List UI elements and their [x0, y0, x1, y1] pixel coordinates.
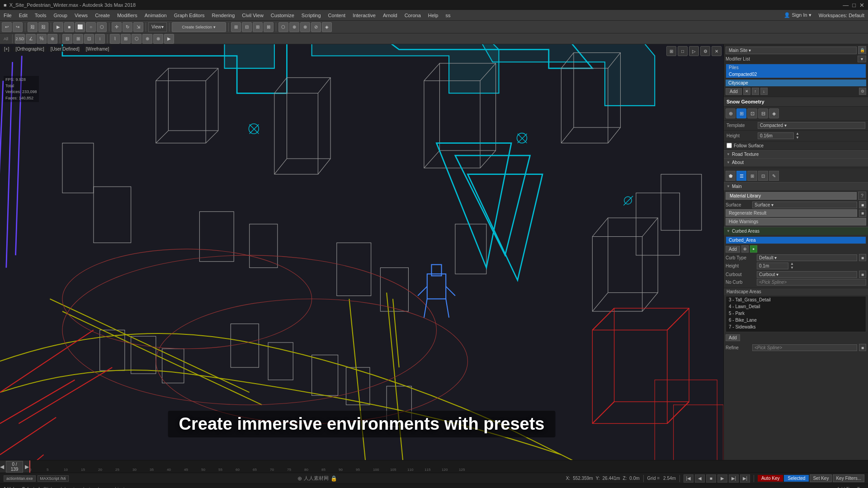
graph-editor-btn[interactable]: ⌇ [110, 34, 120, 44]
panel-icon-display[interactable]: ◈ [769, 108, 779, 118]
panel-icon-3[interactable]: ⊞ [747, 171, 757, 181]
hs-item-2[interactable]: 4 - Lawn_Detail [726, 303, 866, 310]
menu-item-tools[interactable]: Tools [31, 10, 50, 20]
select-move-button[interactable]: ✛ [112, 22, 122, 32]
viewport-icon-btn[interactable]: □ [678, 46, 688, 56]
mirror-btn[interactable]: ⊟ [62, 34, 72, 44]
panel-icon-4[interactable]: ⊡ [758, 171, 768, 181]
minimize-button[interactable]: — [843, 2, 849, 9]
mod-item-compacted[interactable]: Compacted02 [726, 71, 866, 78]
misc-btn-2[interactable]: ⊕ [289, 22, 299, 32]
misc-btn-1[interactable]: ⬡ [278, 22, 288, 32]
signin-area[interactable]: 👤 Sign In ▾ [780, 10, 815, 20]
align-btn[interactable]: ⊞ [73, 34, 83, 44]
config-modifier-btn[interactable]: ⚙ [859, 88, 866, 95]
align-view-btn[interactable]: ⊡ [84, 34, 94, 44]
main-site-dropdown[interactable]: Main Site ▾ [726, 47, 857, 54]
menu-item-animation[interactable]: Animation [141, 10, 170, 20]
material-editor-btn[interactable]: ⬡ [132, 34, 142, 44]
normal-align-btn[interactable]: ↕ [95, 34, 105, 44]
menu-item-edit[interactable]: Edit [15, 10, 31, 20]
about-section[interactable]: About [724, 158, 868, 166]
create-selection-btn[interactable]: Create Selection ▾ [172, 22, 226, 32]
menu-item-rendering[interactable]: Rendering [208, 10, 239, 20]
viewport-user-label[interactable]: [User Defined] [48, 46, 82, 52]
selected-button[interactable]: Selected [784, 475, 809, 482]
timeline-prev-btn[interactable]: ◀ [0, 464, 4, 470]
curbed-icon-btn-1[interactable]: ⊕ [741, 245, 749, 253]
select-name-button[interactable]: ■ [64, 22, 74, 32]
panel-icon-5[interactable]: ✎ [769, 171, 779, 181]
menu-item-create[interactable]: Create [91, 10, 113, 20]
close-button[interactable]: ✕ [859, 2, 864, 9]
viewport-type-label[interactable]: [Orthographic] [13, 46, 46, 52]
timeline-next-btn[interactable]: ▶ [25, 464, 29, 470]
no-curb-pick[interactable]: <Pick Spline> [757, 279, 866, 286]
lock-button[interactable]: 🔒 [858, 46, 866, 54]
panel-icon-2-active[interactable]: ☰ [736, 171, 746, 181]
curbed-add-btn[interactable]: Add [726, 246, 740, 253]
fence-select-button[interactable]: ⬡ [97, 22, 107, 32]
hs-item-5[interactable]: 7 - Sidewalks [726, 324, 866, 330]
title-bar-right[interactable]: — □ ✕ [843, 2, 864, 9]
rect-select-button[interactable]: ⬜ [75, 22, 85, 32]
curb-height-input[interactable] [757, 263, 788, 269]
regenerate-button[interactable]: Regenerate Result [726, 209, 857, 217]
object-cityscape[interactable]: Cityscape [726, 80, 866, 86]
curbed-icon-btn-2[interactable]: ● [750, 245, 757, 253]
main-section-header[interactable]: Main [724, 182, 868, 190]
template-dropdown[interactable]: Compacted ▾ [758, 122, 865, 129]
timeline-playhead[interactable] [29, 460, 30, 473]
curbed-area-item[interactable]: Curbed_Area [726, 237, 866, 244]
hardscape-add-btn[interactable]: Add [726, 334, 740, 341]
percent-snap[interactable]: % [37, 34, 47, 44]
hs-item-3[interactable]: 5 - Park [726, 310, 866, 317]
menu-item-help[interactable]: Help [425, 10, 442, 20]
viewport[interactable]: [+] [Orthographic] [User Defined] [Wiref… [0, 44, 723, 460]
menu-item-interactive[interactable]: Interactive [349, 10, 379, 20]
menu-item-corona[interactable]: Corona [401, 10, 425, 20]
help-button[interactable]: ? [858, 192, 866, 200]
hs-item-4[interactable]: 6 - Bike_Lane [726, 317, 866, 324]
menu-item-civil-view[interactable]: Civil View [238, 10, 267, 20]
grid-button[interactable]: ⊟ [242, 22, 252, 32]
menu-item-ss[interactable]: ss [442, 10, 454, 20]
anim-play-btn[interactable]: ▶ [717, 474, 727, 483]
panel-icon-1[interactable]: ⬟ [726, 171, 736, 181]
menu-item-modifiers[interactable]: Modifiers [113, 10, 141, 20]
render-frame-btn[interactable]: ⊗ [153, 34, 163, 44]
follow-surface-checkbox[interactable] [726, 143, 732, 148]
timeline-frame-display[interactable]: 0 / 139 [6, 461, 23, 473]
view-dropdown[interactable]: View ▾ [148, 22, 167, 32]
refine-pick-input[interactable]: <Pick Spline> [752, 344, 857, 351]
height-input[interactable] [758, 132, 794, 139]
menu-item-graph-editors[interactable]: Graph Editors [170, 10, 208, 20]
viewport-settings-btn[interactable]: ⚙ [700, 46, 710, 56]
auto-key-button[interactable]: Auto Key [758, 475, 783, 482]
anim-stop-btn[interactable]: ■ [706, 474, 716, 483]
add-modifier-btn[interactable]: Add [726, 88, 742, 95]
misc-btn-5[interactable]: ◈ [322, 22, 332, 32]
menu-item-content[interactable]: Content [325, 10, 349, 20]
panel-icon-camera[interactable]: ⊕ [726, 108, 736, 118]
render-setup-btn[interactable]: ⊕ [142, 34, 152, 44]
curb-height-spinner[interactable]: ▲ ▼ [790, 262, 794, 270]
select-button[interactable]: ▶ [53, 22, 63, 32]
menu-item-file[interactable]: File [0, 10, 15, 20]
height-spinner[interactable]: ▲ ▼ [796, 132, 799, 140]
panel-icon-modify[interactable]: ⊞ [736, 108, 746, 118]
curb-type-dropdown[interactable]: Default ▾ [757, 254, 857, 261]
maxscript-btn[interactable]: MAXScript /Mi [38, 475, 69, 482]
misc-btn-4[interactable]: ⊘ [311, 22, 321, 32]
anim-start-btn[interactable]: |◀ [684, 474, 693, 483]
viewport-close-btn[interactable]: ✕ [712, 46, 722, 56]
panel-icon-motion[interactable]: ⊟ [758, 108, 768, 118]
angle-snap[interactable]: ∠ [26, 34, 36, 44]
anim-next-btn[interactable]: ▶| [729, 474, 739, 483]
menu-item-customize[interactable]: Customize [267, 10, 298, 20]
misc-btn-3[interactable]: ⊗ [300, 22, 310, 32]
surface-dropdown[interactable]: Surface ▾ [752, 202, 857, 208]
redo-button[interactable]: ↪ [13, 22, 23, 32]
surface-pick-btn[interactable]: ■ [859, 201, 866, 208]
circle-select-button[interactable]: ○ [86, 22, 96, 32]
